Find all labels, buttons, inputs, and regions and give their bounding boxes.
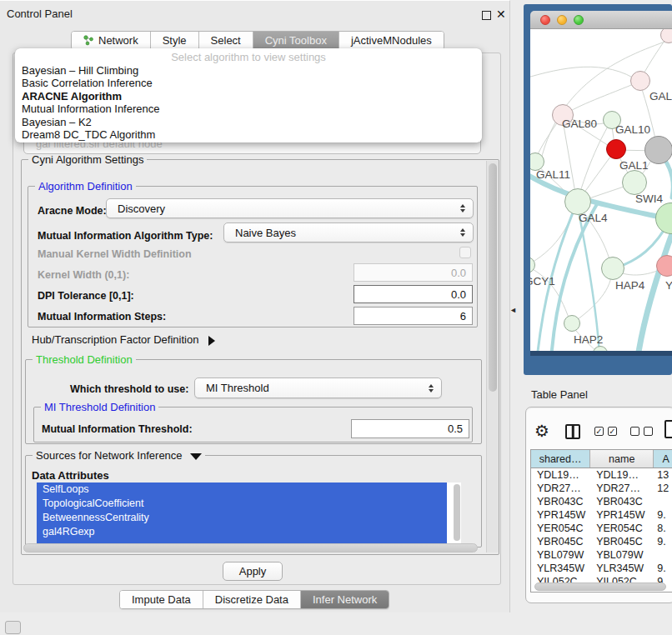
algorithm-option[interactable]: Bayesian – Hill Climbing [15,64,482,77]
table-row[interactable]: YDR27… YDR27… 12 [531,482,672,495]
tab-jactivemnodules[interactable]: jActiveMNodules [339,32,444,49]
mi-algorithm-type-select[interactable]: Naive Bayes [223,222,474,242]
unchecked-checkbox-icon[interactable] [630,427,639,436]
cyni-bottom-tab-bar: Impute Data Discretize Data Infer Networ… [119,590,389,609]
list-scrollbar[interactable] [454,484,460,541]
tab-cyni-toolbox[interactable]: Cyni Toolbox [253,32,339,49]
node-label: GAL11 [536,168,570,181]
node-label: Y [665,279,672,292]
algorithm-option[interactable]: Basic Correlation Inference [15,77,482,89]
attribute-item-selected[interactable]: TopologicalCoefficient [37,497,447,511]
network-node-hap4[interactable] [601,257,624,280]
settings-horizontal-scrollbar[interactable] [23,543,478,552]
close-traffic-light-icon[interactable] [540,15,550,25]
cell: YBR043C [531,495,590,508]
algorithm-option[interactable]: Mutual Information Inference [15,102,482,115]
column-header-partial[interactable]: A [654,450,672,468]
attribute-item-selected[interactable]: BetweennessCentrality [37,511,447,525]
node-label: HAP4 [615,279,644,292]
network-node-red[interactable] [606,139,626,159]
network-node[interactable] [630,71,650,91]
table-row[interactable]: YDL19… YDL19… 13 [531,468,672,482]
node-label: GAL80 [562,118,597,130]
network-edges [530,29,672,351]
table-row[interactable]: YBR043C YBR043C [531,495,672,508]
checked-checkbox-icon[interactable]: ✓ [594,427,604,436]
mi-steps-label: Mutual Information Steps: [38,311,166,322]
collapsed-panel-button[interactable] [5,621,21,634]
cell: YBR045C [590,535,654,548]
algorithm-definition-title: Algorithm Definition [35,180,136,192]
columns-icon[interactable] [565,424,580,439]
attribute-item-selected[interactable]: SelfLoops [37,482,447,497]
cell: YBL079W [531,548,590,562]
algorithm-option[interactable]: Bayesian – K2 [15,116,482,128]
data-attributes-list[interactable]: SelfLoops TopologicalCoefficient Between… [37,482,461,544]
tab-network-label: Network [98,34,138,47]
table-row[interactable]: YBL079W YBL079W [531,548,672,562]
table-row[interactable]: YLR345W YLR345W 9. [531,562,672,575]
which-threshold-select[interactable]: MI Threshold [194,378,442,398]
mi-algorithm-type-value: Naive Bayes [235,227,296,239]
mi-algorithm-type-label: Mutual Information Algorithm Type: [38,230,213,242]
mi-steps-value: 6 [460,310,466,322]
table-horizontal-scrollbar[interactable] [534,582,666,591]
tab-style[interactable]: Style [151,32,199,49]
settings-vertical-scrollbar[interactable] [486,161,499,552]
unchecked-checkbox-icon[interactable] [644,427,653,436]
kernel-width-input[interactable]: 0.0 [354,263,473,282]
column-header-name[interactable]: name [590,450,654,468]
manual-kernel-checkbox[interactable] [459,247,471,258]
cell: YDL19… [590,468,654,482]
aracne-mode-select[interactable]: Discovery [106,198,474,218]
kernel-width-value: 0.0 [451,267,466,279]
mi-threshold-definition-title: MI Threshold Definition [41,401,158,413]
network-view-canvas[interactable]: GAL GAL80 GAL10 GAL1 GAL11 SWI4 GAL4 GCY… [530,29,672,351]
apply-button[interactable]: Apply [223,562,283,581]
network-node-gal1[interactable] [622,170,647,195]
network-window-titlebar[interactable] [530,11,672,29]
close-window-icon[interactable]: ✕ [496,8,506,21]
algorithm-option-selected[interactable]: ARACNE Algorithm [15,90,482,102]
sources-group-title[interactable]: Sources for Network Inference [33,449,205,462]
cell: YPR145W [590,508,654,522]
data-attributes-label: Data Attributes [32,469,109,482]
minimize-traffic-light-icon[interactable] [557,15,567,25]
manual-kernel-label: Manual Kernel Width Definition [38,248,192,260]
checked-checkbox-icon[interactable]: ✓ [608,427,617,436]
network-node-gray[interactable] [644,136,672,164]
column-header-shared-name[interactable]: shared… [531,450,590,468]
network-window-shadow [530,351,672,356]
tab-select[interactable]: Select [199,32,253,49]
sources-title-label: Sources for Network Inference [36,449,183,462]
mi-threshold-input[interactable]: 0.5 [351,419,469,438]
tab-impute-data[interactable]: Impute Data [120,591,203,608]
network-node-y[interactable] [656,255,672,277]
tab-discretize-data[interactable]: Discretize Data [203,591,301,608]
table-row[interactable]: YBR045C YBR045C 9. [531,535,672,548]
zoom-traffic-light-icon[interactable] [574,15,584,25]
table-row[interactable]: YER054C YER054C 8. [531,522,672,535]
dpi-tolerance-input[interactable]: 0.0 [354,285,473,303]
gear-icon[interactable]: ⚙ [534,421,549,441]
tab-network[interactable]: Network [72,32,151,49]
node-label: GAL4 [579,212,608,224]
network-node-hap2[interactable] [564,315,580,332]
tab-jactivemnodules-label: jActiveMNodules [351,34,432,47]
table-row[interactable]: YPR145W YPR145W 9. [531,508,672,522]
dpi-tolerance-label: DPI Tolerance [0,1]: [38,290,134,302]
hub-definition-expander[interactable]: Hub/Transcription Factor Definition [32,333,215,346]
tab-infer-network[interactable]: Infer Network [301,591,389,608]
aracne-mode-value: Discovery [118,202,165,215]
algorithm-option[interactable]: Dream8 DC_TDC Algorithm [15,128,482,141]
scrollbar-thumb[interactable] [489,163,497,392]
node-label: GAL [649,90,672,102]
mi-steps-input[interactable]: 6 [354,307,473,325]
float-window-icon[interactable] [482,11,491,20]
document-icon[interactable] [664,420,672,438]
cell: YDR27… [531,482,590,495]
control-panel-window: Control Panel ✕ Network Style Select Cyn… [0,0,510,612]
attribute-item-selected[interactable]: gal4RGexp [37,525,447,539]
algorithm-dropdown-placeholder: Select algorithm to view settings [15,51,482,64]
node-attribute-table[interactable]: shared… name A YDL19… YDL19… 13 YDR27… Y… [530,449,672,592]
